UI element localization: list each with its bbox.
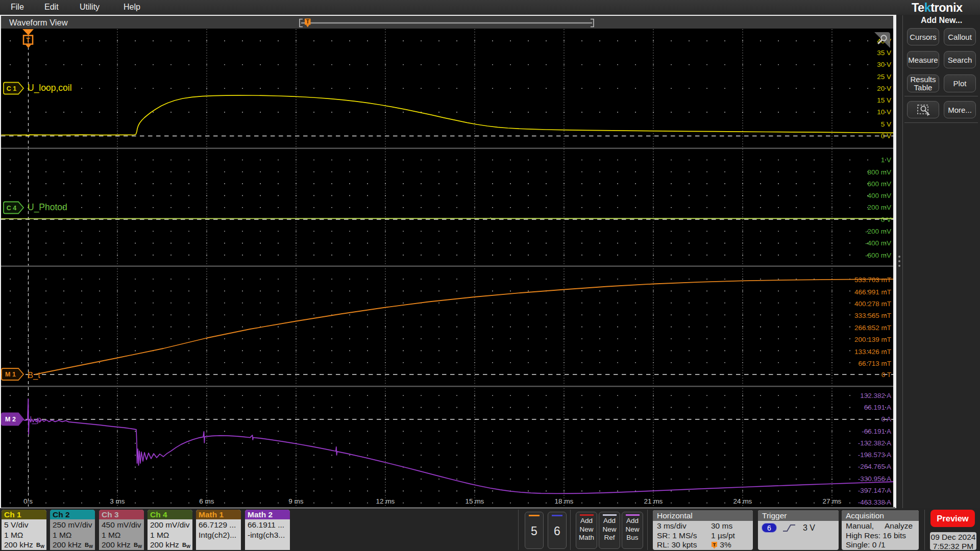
svg-text:T: T (26, 36, 30, 44)
svg-text:-330.956 A: -330.956 A (858, 475, 891, 483)
svg-text:15 V: 15 V (877, 96, 891, 104)
svg-text:466.991 mT: 466.991 mT (854, 288, 891, 296)
svg-text:21 ms: 21 ms (644, 497, 663, 505)
svg-text:35 V: 35 V (877, 49, 891, 57)
svg-text:-66.191 A: -66.191 A (862, 428, 891, 435)
svg-text:-400 mV: -400 mV (865, 239, 891, 247)
svg-text:30 V: 30 V (877, 61, 891, 68)
svg-text:-132.382 A: -132.382 A (858, 439, 891, 447)
svg-text:27 ms: 27 ms (823, 497, 842, 505)
svg-text:66.191 A: 66.191 A (864, 404, 891, 411)
svg-text:200.139 mT: 200.139 mT (854, 336, 891, 343)
svg-text:9 ms: 9 ms (288, 497, 304, 505)
svg-text:800 mV: 800 mV (867, 168, 891, 176)
svg-text:-600 mV: -600 mV (865, 252, 891, 259)
svg-text:10 V: 10 V (877, 108, 891, 116)
svg-text:3 ms: 3 ms (110, 497, 125, 505)
svg-text:1 V: 1 V (881, 156, 891, 164)
svg-text:333.565 mT: 333.565 mT (854, 312, 891, 319)
svg-text:C 4: C 4 (7, 205, 17, 212)
svg-text:0 T: 0 T (881, 371, 891, 379)
svg-text:B_t: B_t (28, 370, 40, 380)
svg-text:18 ms: 18 ms (555, 497, 574, 505)
svg-text:12 ms: 12 ms (376, 497, 395, 505)
svg-text:24 ms: 24 ms (733, 497, 752, 505)
svg-text:-200 mV: -200 mV (865, 228, 891, 235)
svg-text:-198.573 A: -198.573 A (858, 451, 891, 459)
svg-text:6 ms: 6 ms (199, 497, 214, 505)
svg-text:C 1: C 1 (7, 85, 17, 92)
svg-text:0 s: 0 s (23, 497, 33, 505)
svg-text:U_loop,coil: U_loop,coil (28, 83, 72, 93)
svg-text:0 A: 0 A (881, 415, 891, 423)
svg-text:20 V: 20 V (877, 85, 891, 92)
svg-text:66.713 mT: 66.713 mT (858, 360, 891, 367)
svg-text:200 mV: 200 mV (867, 204, 891, 211)
svg-text:0 V: 0 V (881, 216, 891, 223)
svg-text:M 1: M 1 (5, 371, 16, 378)
svg-text:-397.147 A: -397.147 A (858, 487, 891, 494)
svg-text:T: T (713, 542, 716, 547)
svg-text:600 mV: 600 mV (867, 180, 891, 188)
svg-text:-264.765 A: -264.765 A (858, 463, 891, 470)
svg-text:-463.338 A: -463.338 A (858, 498, 891, 506)
svg-text:533.703 mT: 533.703 mT (854, 276, 891, 284)
svg-text:15 ms: 15 ms (465, 497, 484, 505)
svg-text:U_Photod: U_Photod (28, 202, 67, 213)
svg-text:133.426 mT: 133.426 mT (854, 348, 891, 356)
svg-text:400.278 mT: 400.278 mT (854, 300, 891, 308)
svg-text:266.852 mT: 266.852 mT (854, 324, 891, 332)
svg-text:132.382 A: 132.382 A (860, 392, 891, 399)
svg-text:0 V: 0 V (881, 132, 891, 140)
svg-text:25 V: 25 V (877, 73, 891, 81)
svg-text:M 2: M 2 (5, 416, 16, 423)
svg-text:T: T (306, 19, 309, 24)
svg-text:400 mV: 400 mV (867, 192, 891, 199)
svg-text:5 V: 5 V (881, 120, 891, 128)
